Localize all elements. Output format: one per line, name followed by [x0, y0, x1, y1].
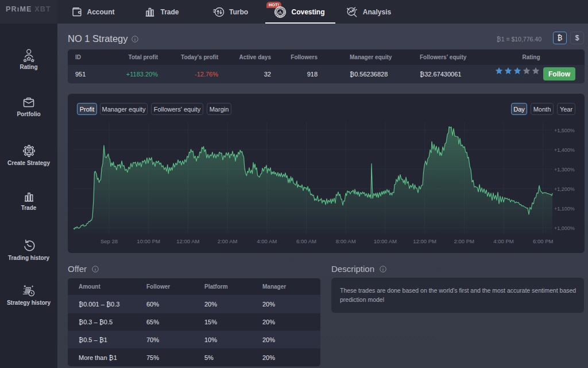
svg-text:+1,200%: +1,200% — [554, 186, 575, 192]
svg-text:12:00 AM: 12:00 AM — [176, 238, 199, 244]
svg-text:+1,000%: +1,000% — [554, 225, 575, 231]
svg-text:+1,300%: +1,300% — [554, 167, 575, 172]
svg-text:10:00 PM: 10:00 PM — [137, 238, 160, 244]
svg-text:12:00 PM: 12:00 PM — [413, 238, 436, 244]
svg-text:4:00 AM: 4:00 AM — [257, 238, 277, 244]
svg-text:2:00 PM: 2:00 PM — [454, 238, 474, 244]
svg-text:4:00 PM: 4:00 PM — [493, 238, 513, 244]
svg-text:6:00 PM: 6:00 PM — [533, 238, 553, 244]
svg-text:6:00 AM: 6:00 AM — [296, 238, 316, 244]
svg-text:+1,400%: +1,400% — [554, 147, 575, 153]
svg-text:8:00 AM: 8:00 AM — [336, 238, 356, 244]
svg-text:2:00 AM: 2:00 AM — [218, 238, 238, 244]
svg-text:+1,100%: +1,100% — [554, 206, 575, 212]
svg-text:+1,500%: +1,500% — [554, 128, 575, 133]
svg-text:Sep 28: Sep 28 — [100, 238, 118, 244]
svg-text:10:00 AM: 10:00 AM — [374, 238, 397, 244]
